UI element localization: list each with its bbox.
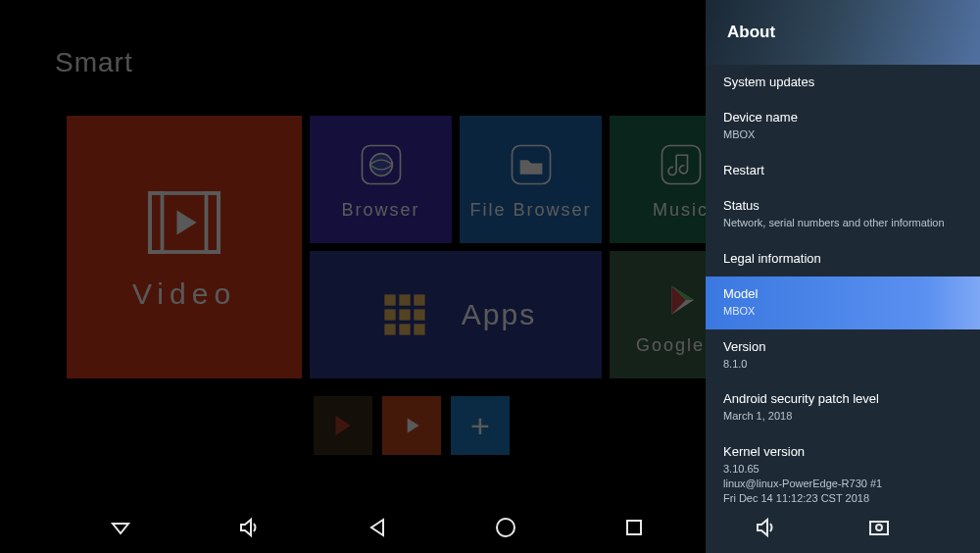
svg-rect-14: [384, 324, 395, 334]
tile-browser[interactable]: Browser: [310, 116, 452, 243]
volume-icon: [237, 516, 261, 539]
dock-add[interactable]: +: [451, 396, 510, 455]
square-icon: [622, 516, 646, 539]
dock-shortcut-2[interactable]: [382, 396, 441, 455]
tile-video-label: Video: [132, 277, 236, 311]
music-icon: [656, 139, 707, 190]
tile-apps-label: Apps: [462, 298, 536, 331]
about-panel: About System updatesDevice nameMBOXResta…: [706, 0, 980, 553]
svg-rect-11: [384, 309, 395, 320]
apps-grid-icon: [375, 285, 434, 344]
plus-icon: +: [470, 409, 490, 442]
tile-filebrowser-label: File Browser: [469, 200, 591, 221]
about-item-title: Device name: [723, 110, 962, 125]
dock-shortcut-1[interactable]: [314, 396, 372, 455]
about-item-subtitle: 8.1.0: [723, 357, 962, 372]
about-item-title: Legal information: [723, 251, 962, 266]
tile-apps[interactable]: Apps: [310, 251, 602, 378]
chevron-down-icon: [109, 516, 132, 539]
about-item-legal-information[interactable]: Legal information: [706, 241, 980, 276]
about-item-restart[interactable]: Restart: [706, 153, 980, 188]
svg-point-5: [369, 153, 392, 176]
nav-screenshot-button[interactable]: [866, 515, 892, 540]
dock-row: +: [314, 396, 510, 455]
about-header: About: [706, 0, 980, 65]
svg-marker-18: [113, 524, 128, 533]
svg-rect-8: [384, 294, 395, 305]
brand-title: Smart: [55, 47, 133, 78]
about-item-title: Restart: [723, 163, 962, 177]
svg-point-23: [876, 525, 882, 530]
about-item-title: Model: [723, 286, 962, 301]
about-item-device-name[interactable]: Device nameMBOX: [706, 100, 980, 153]
svg-marker-17: [408, 418, 419, 432]
svg-rect-10: [414, 294, 424, 305]
back-icon: [366, 516, 389, 539]
about-item-title: Version: [723, 339, 962, 354]
nav-home-button[interactable]: [493, 515, 518, 540]
volume-icon: [754, 516, 777, 539]
svg-rect-16: [414, 324, 424, 334]
about-item-title: System updates: [723, 75, 962, 89]
svg-rect-12: [399, 309, 410, 320]
video-icon: [145, 183, 223, 262]
svg-rect-13: [414, 309, 424, 320]
about-item-version[interactable]: Version8.1.0: [706, 329, 980, 382]
tile-music-label: Music: [653, 200, 709, 221]
svg-rect-21: [627, 521, 641, 534]
play-store-icon: [656, 275, 707, 326]
about-item-subtitle: Network, serial numbers and other inform…: [723, 216, 962, 230]
globe-icon: [356, 139, 407, 190]
tile-filebrowser[interactable]: File Browser: [460, 116, 602, 243]
about-item-title: Status: [723, 198, 962, 213]
circle-icon: [494, 516, 517, 539]
app-icon: [328, 411, 358, 440]
about-item-model[interactable]: ModelMBOX: [706, 276, 980, 329]
svg-marker-19: [371, 520, 383, 535]
nav-volume-button-left[interactable]: [236, 515, 262, 540]
about-item-subtitle: March 1, 2018: [723, 409, 962, 424]
about-list: System updatesDevice nameMBOXRestartStat…: [706, 65, 980, 553]
svg-rect-2: [207, 193, 220, 252]
svg-rect-9: [399, 294, 410, 305]
nav-back-button[interactable]: [365, 515, 390, 540]
svg-marker-3: [177, 211, 197, 235]
nav-recents-button[interactable]: [621, 515, 647, 540]
tile-video[interactable]: Video: [67, 116, 302, 378]
nav-volume-button-right[interactable]: [753, 515, 778, 540]
svg-rect-1: [150, 193, 163, 252]
about-item-system-updates[interactable]: System updates: [706, 65, 980, 100]
svg-point-20: [497, 519, 514, 536]
svg-rect-7: [662, 145, 700, 183]
about-item-android-security-patch-level[interactable]: Android security patch levelMarch 1, 201…: [706, 381, 980, 434]
play-icon: [399, 413, 424, 438]
about-item-subtitle: 3.10.65 linux@linux-PowerEdge-R730 #1 Fr…: [723, 462, 962, 506]
nav-dropdown-button[interactable]: [108, 515, 133, 540]
about-item-subtitle: MBOX: [723, 304, 962, 319]
camera-icon: [867, 516, 891, 539]
svg-rect-15: [399, 324, 410, 334]
navigation-bar: [0, 502, 980, 553]
about-item-status[interactable]: StatusNetwork, serial numbers and other …: [706, 188, 980, 241]
folder-icon: [506, 139, 557, 190]
about-item-title: Kernel version: [723, 444, 962, 459]
tile-browser-label: Browser: [341, 200, 419, 221]
about-item-title: Android security patch level: [723, 391, 962, 406]
tile-grid: Video Browser File Browser Music: [67, 116, 733, 380]
svg-rect-22: [870, 522, 888, 534]
about-item-subtitle: MBOX: [723, 127, 962, 142]
